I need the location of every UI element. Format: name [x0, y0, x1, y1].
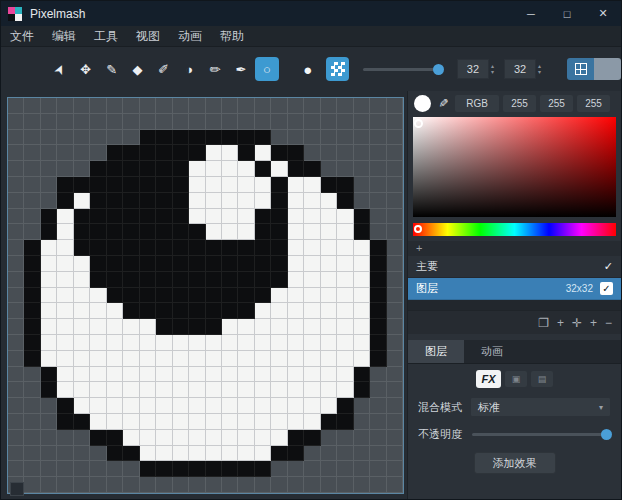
pixel-cell[interactable] — [238, 351, 254, 367]
pixel-cell[interactable] — [370, 461, 386, 477]
pixel-cell[interactable] — [140, 130, 156, 146]
pixel-cell[interactable] — [271, 398, 287, 414]
pixel-cell[interactable] — [321, 114, 337, 130]
menu-tools[interactable]: 工具 — [85, 26, 127, 46]
pixel-cell[interactable] — [156, 177, 172, 193]
pixel-cell[interactable] — [321, 335, 337, 351]
pixel-cell[interactable] — [107, 256, 123, 272]
pixel-cell[interactable] — [123, 398, 139, 414]
pixel-cell[interactable] — [222, 114, 238, 130]
pixel-cell[interactable] — [90, 477, 106, 493]
pixel-cell[interactable] — [140, 145, 156, 161]
pixel-cell[interactable] — [255, 382, 271, 398]
pixel-cell[interactable] — [304, 145, 320, 161]
pixel-cell[interactable] — [370, 209, 386, 225]
pixel-cell[interactable] — [8, 303, 24, 319]
pixel-cell[interactable] — [156, 303, 172, 319]
pixel-cell[interactable] — [123, 256, 139, 272]
pixel-cell[interactable] — [24, 446, 40, 462]
pixel-cell[interactable] — [156, 224, 172, 240]
pixel-cell[interactable] — [288, 272, 304, 288]
pixel-cell[interactable] — [222, 240, 238, 256]
fx-button[interactable]: FX — [476, 370, 501, 388]
pixel-cell[interactable] — [74, 240, 90, 256]
pixel-cell[interactable] — [370, 335, 386, 351]
pixel-cell[interactable] — [304, 303, 320, 319]
pixel-cell[interactable] — [387, 367, 403, 383]
pixel-cell[interactable] — [140, 288, 156, 304]
pixel-cell[interactable] — [206, 177, 222, 193]
blend-mode-dropdown[interactable]: 标准 ▾ — [470, 397, 611, 417]
pixel-cell[interactable] — [8, 398, 24, 414]
pixel-cell[interactable] — [107, 351, 123, 367]
pixel-cell[interactable] — [304, 193, 320, 209]
pixel-cell[interactable] — [74, 430, 90, 446]
pixel-cell[interactable] — [206, 193, 222, 209]
pixel-cell[interactable] — [156, 161, 172, 177]
pixel-cell[interactable] — [206, 272, 222, 288]
pixel-cell[interactable] — [238, 224, 254, 240]
pixel-cell[interactable] — [337, 161, 353, 177]
pixel-cell[interactable] — [41, 224, 57, 240]
pixel-cell[interactable] — [288, 98, 304, 114]
add-effect-button[interactable]: 添加效果 — [474, 452, 556, 474]
pixel-cell[interactable] — [107, 446, 123, 462]
fx-option-1-button[interactable]: ▣ — [505, 371, 527, 387]
pixel-cell[interactable] — [173, 224, 189, 240]
duplicate-layer-button[interactable]: ❐ — [538, 317, 549, 329]
pixel-cell[interactable] — [24, 256, 40, 272]
pixel-cell[interactable] — [337, 382, 353, 398]
pixel-cell[interactable] — [238, 209, 254, 225]
pixel-cell[interactable] — [123, 414, 139, 430]
pixel-cell[interactable] — [206, 224, 222, 240]
pixel-cell[interactable] — [123, 98, 139, 114]
pixel-cell[interactable] — [304, 351, 320, 367]
pixel-cell[interactable] — [189, 224, 205, 240]
pixel-cell[interactable] — [189, 256, 205, 272]
pixel-cell[interactable] — [255, 193, 271, 209]
pixel-cell[interactable] — [8, 240, 24, 256]
pixel-cell[interactable] — [370, 414, 386, 430]
pixel-cell[interactable] — [370, 477, 386, 493]
pixel-cell[interactable] — [123, 319, 139, 335]
pixel-cell[interactable] — [238, 477, 254, 493]
pixel-cell[interactable] — [90, 98, 106, 114]
pixel-cell[interactable] — [337, 461, 353, 477]
pixel-cell[interactable] — [107, 114, 123, 130]
pixel-cell[interactable] — [354, 430, 370, 446]
pixel-cell[interactable] — [107, 272, 123, 288]
pixel-cell[interactable] — [255, 335, 271, 351]
pixel-cell[interactable] — [107, 477, 123, 493]
pixel-cell[interactable] — [90, 414, 106, 430]
pixel-cell[interactable] — [354, 367, 370, 383]
pixel-cell[interactable] — [57, 224, 73, 240]
pixel-cell[interactable] — [222, 430, 238, 446]
pixel-cell[interactable] — [57, 382, 73, 398]
pixel-cell[interactable] — [288, 161, 304, 177]
brush-size-slider-knob[interactable] — [433, 64, 444, 75]
pixel-cell[interactable] — [288, 414, 304, 430]
pixel-cell[interactable] — [288, 335, 304, 351]
close-button[interactable]: ✕ — [585, 1, 621, 26]
pixel-cell[interactable] — [387, 224, 403, 240]
pixel-cell[interactable] — [337, 398, 353, 414]
pixel-cell[interactable] — [271, 272, 287, 288]
pixel-cell[interactable] — [238, 367, 254, 383]
pixel-cell[interactable] — [173, 114, 189, 130]
pixel-cell[interactable] — [238, 461, 254, 477]
pixel-cell[interactable] — [288, 303, 304, 319]
pixel-cell[interactable] — [156, 382, 172, 398]
pixel-cell[interactable] — [8, 367, 24, 383]
pixel-cell[interactable] — [24, 303, 40, 319]
pixel-cell[interactable] — [321, 161, 337, 177]
pixel-cell[interactable] — [173, 272, 189, 288]
pixel-cell[interactable] — [107, 319, 123, 335]
pixel-cell[interactable] — [321, 272, 337, 288]
pixel-cell[interactable] — [255, 303, 271, 319]
pixel-cell[interactable] — [321, 209, 337, 225]
pixel-cell[interactable] — [57, 288, 73, 304]
pixel-cell[interactable] — [107, 161, 123, 177]
pixel-cell[interactable] — [304, 288, 320, 304]
pixel-cell[interactable] — [288, 114, 304, 130]
pixel-cell[interactable] — [8, 114, 24, 130]
